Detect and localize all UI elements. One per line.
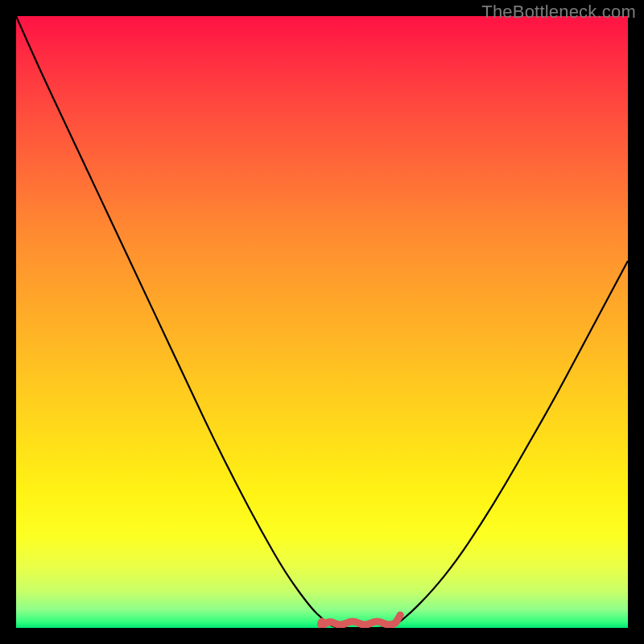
bottleneck-curve-path — [16, 16, 628, 628]
chart-plot-area — [16, 16, 628, 628]
chart-svg — [16, 16, 628, 628]
bottom-squiggle-path — [321, 615, 401, 626]
watermark-text: TheBottleneck.com — [481, 2, 636, 23]
